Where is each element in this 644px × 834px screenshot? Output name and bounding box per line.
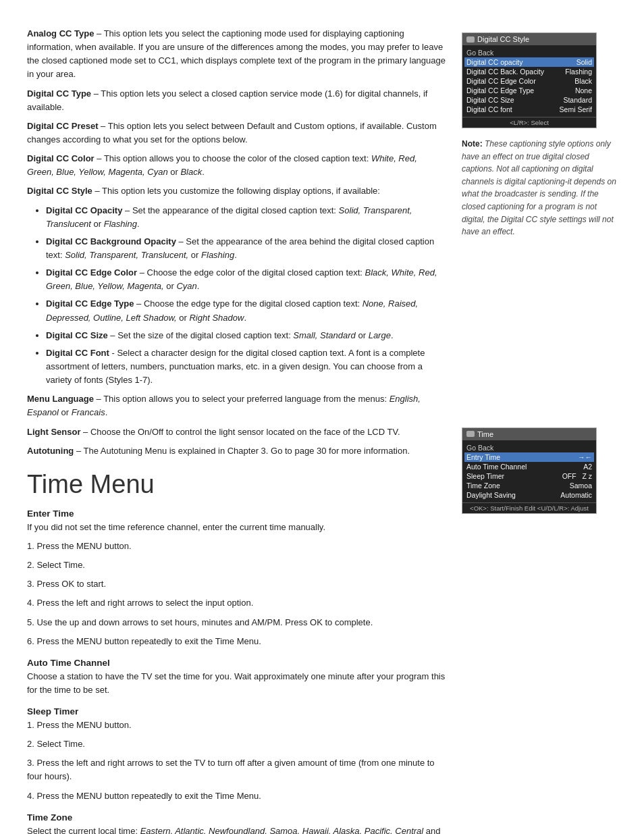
note-box: Note: These captioning style options onl… [462, 138, 617, 238]
enter-time-heading: Enter Time [27, 509, 446, 519]
cc-style-title: Digital CC Style [477, 35, 529, 43]
light-sensor-para: Light Sensor – Choose the On/Off to cont… [27, 425, 446, 439]
auto-time-channel-text: Choose a station to have the TV set the … [27, 670, 446, 697]
list-item: Digital CC Size – Set the size of the di… [46, 329, 446, 342]
digital-cc-preset-para: Digital CC Preset – This option lets you… [27, 120, 446, 147]
sleep-timer-step4: 4. Press the MENU button repeatedly to e… [27, 789, 446, 803]
tv-menu-cc-style-box: Digital CC Style Go Back Digital CC opac… [462, 32, 597, 128]
cc-style-row-edge-color: Digital CC Edge Color Black [466, 76, 592, 86]
right-column: Digital CC Style Go Back Digital CC opac… [462, 27, 617, 834]
sleep-timer-step3: 3. Press the left and right arrows to se… [27, 756, 446, 783]
digital-cc-style-bold: Digital CC Style [27, 186, 92, 196]
tv-menu-time-box: Time Go Back Entry Time →← Auto Time Cha… [462, 427, 597, 514]
list-item: Digital CC Edge Color – Choose the edge … [46, 266, 446, 293]
main-content: Analog CC Type – This option lets you se… [0, 27, 644, 834]
digital-cc-style-intro-para: Digital CC Style – This option lets you … [27, 184, 446, 198]
cc-style-row-size: Digital CC Size Standard [466, 95, 592, 105]
time-menu-title: Time Menu [27, 470, 446, 499]
digital-cc-color-para: Digital CC Color – This option allows yo… [27, 152, 446, 179]
list-item: Digital CC Background Opacity – Set the … [46, 235, 446, 262]
time-row-daylight: Daylight Saving Automatic [466, 490, 592, 500]
autotuning-para: Autotuning – The Autotuning Menu is expl… [27, 444, 446, 458]
time-menu-content: Go Back Entry Time →← Auto Time Channel … [462, 440, 596, 502]
list-item: Digital CC Opacity – Set the appearance … [46, 204, 446, 231]
list-item: Digital CC Font - Select a character des… [46, 346, 446, 387]
note-text: These captioning style options only have… [462, 139, 616, 236]
time-row-auto: Auto Time Channel A2 [466, 462, 592, 471]
time-row-sleep: Sleep Timer OFF Z z [466, 471, 592, 481]
time-zone-heading: Time Zone [27, 812, 446, 823]
time-title: Time [477, 430, 493, 438]
time-row-zone: Time Zone Samoa [466, 481, 592, 490]
time-menu-section: Time Menu Enter Time If you did not set … [27, 470, 446, 834]
auto-time-channel-heading: Auto Time Channel [27, 658, 446, 668]
cc-style-row-opacity: Digital CC opacity Solid [464, 57, 594, 67]
cc-style-bullets: Digital CC Opacity – Set the appearance … [27, 204, 446, 388]
sleep-timer-step2: 2. Select Time. [27, 737, 446, 751]
sleep-timer-step1: 1. Press the MENU button. [27, 719, 446, 732]
note-label: Note: [462, 139, 483, 149]
enter-time-step6: 6. Press the MENU button repeatedly to e… [27, 635, 446, 648]
enter-time-step3: 3. Press OK to start. [27, 577, 446, 591]
auto-time-channel-section: Auto Time Channel Choose a station to ha… [27, 658, 446, 697]
cc-style-go-back: Go Back [466, 48, 592, 57]
enter-time-step2: 2. Select Time. [27, 558, 446, 572]
analog-cc-para: Analog CC Type – This option lets you se… [27, 27, 446, 82]
digital-cc-preset-bold: Digital CC Preset [27, 121, 98, 131]
list-item: Digital CC Edge Type – Choose the edge t… [46, 297, 446, 324]
cc-style-row-back-opacity: Digital CC Back. Opacity Flashing [466, 67, 592, 76]
enter-time-step4: 4. Press the left and right arrows to se… [27, 596, 446, 610]
digital-cc-style-text: – This option lets you customize the fol… [92, 186, 380, 196]
time-menu-title-bar: Time [462, 428, 596, 440]
left-column: Analog CC Type – This option lets you se… [27, 27, 446, 834]
digital-cc-color-bold: Digital CC Color [27, 153, 95, 163]
enter-time-intro: If you did not set the time reference ch… [27, 521, 446, 534]
cc-style-menu-content: Go Back Digital CC opacity Solid Digital… [462, 45, 596, 117]
time-menu-footer: <OK>: Start/Finish Edit <U/D/L/R>: Adjus… [462, 502, 596, 513]
sleep-timer-section: Sleep Timer 1. Press the MENU button. 2.… [27, 706, 446, 803]
digital-cc-type-bold: Digital CC Type [27, 88, 91, 99]
cc-style-row-edge-type: Digital CC Edge Type None [466, 86, 592, 95]
time-row-entry: Entry Time →← [464, 452, 594, 462]
cc-style-row-font: Digital CC font Semi Serif [466, 105, 592, 114]
sleep-timer-heading: Sleep Timer [27, 706, 446, 716]
cc-style-footer: <L/R>: Select [462, 117, 596, 128]
time-go-back: Go Back [466, 443, 592, 452]
enter-time-step1: 1. Press the MENU button. [27, 540, 446, 553]
digital-cc-type-para: Digital CC Type – This option lets you s… [27, 87, 446, 114]
time-zone-section: Time Zone Select the current local time:… [27, 812, 446, 834]
digital-cc-color-text: – This option allows you to choose the c… [95, 153, 371, 163]
enter-time-section: Enter Time If you did not set the time r… [27, 509, 446, 648]
cc-style-title-bar: Digital CC Style [462, 33, 596, 45]
analog-cc-bold: Analog CC Type [27, 28, 94, 38]
time-zone-text: Select the current local time: Eastern, … [27, 825, 446, 834]
menu-language-para: Menu Language – This option allows you t… [27, 392, 446, 419]
page-container: Analog CC Type – This option lets you se… [0, 0, 644, 834]
enter-time-step5: 5. Use the up and down arrows to set hou… [27, 616, 446, 629]
